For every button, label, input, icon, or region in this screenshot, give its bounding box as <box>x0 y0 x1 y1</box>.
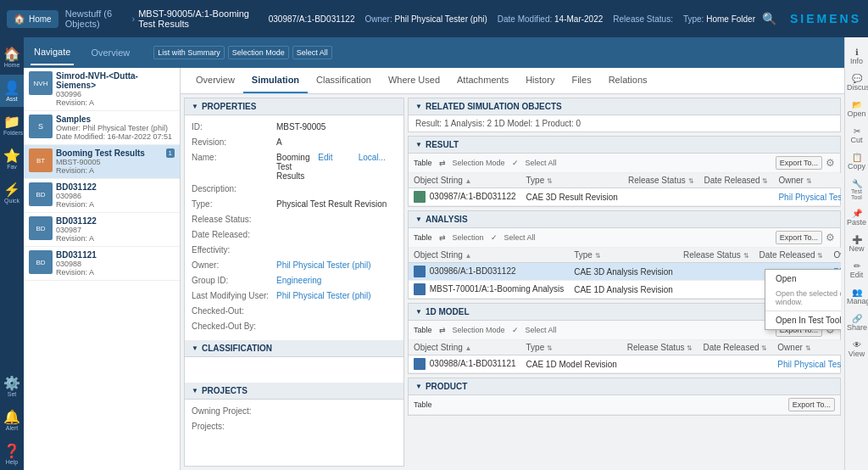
copy-button[interactable]: 📋Copy <box>845 149 868 174</box>
field-value-last-modifying[interactable]: Phil Physical Tester (phil) <box>276 291 397 303</box>
result-settings-gear[interactable]: ⚙ <box>826 157 835 169</box>
result-row1-icon <box>414 191 426 203</box>
related-sim-result: Result: 1 Analysis: 2 1D Model: 1 Produc… <box>409 115 840 131</box>
properties-section-header[interactable]: ▼ PROPERTIES <box>185 98 403 115</box>
field-projects: Projects: <box>192 420 397 435</box>
result-export-btn-container: Export To... ⚙ <box>776 156 835 170</box>
result-table-btn[interactable]: Table <box>414 159 432 167</box>
list-with-summary-button[interactable]: List with Summary <box>153 46 225 59</box>
edit-name-link[interactable]: Edit <box>318 153 356 181</box>
result-header[interactable]: ▼ RESULT <box>409 137 840 154</box>
main-tabs: Overview Simulation Classification Where… <box>181 68 844 94</box>
product-table-btn[interactable]: Table <box>414 400 432 409</box>
home-button[interactable]: 🏠 Home <box>7 10 58 28</box>
selection-mode-button[interactable]: Selection Mode <box>228 46 289 59</box>
tab-where-used[interactable]: Where Used <box>380 68 448 93</box>
analysis-settings-gear[interactable]: ⚙ <box>826 232 835 243</box>
result-checkmark-icon: ✓ <box>512 159 519 167</box>
table-row[interactable]: 030987/A:1-BD031122 CAE 3D Result Revisi… <box>409 188 841 206</box>
discuss-button[interactable]: 💬Discuss <box>845 70 868 95</box>
analysis-export-btn-container: Export To... ⚙ <box>776 231 835 244</box>
analysis-select-all-btn[interactable]: Select All <box>504 233 536 242</box>
field-value-owner[interactable]: Phil Physical Tester (phil) <box>276 260 397 272</box>
result-export-btn[interactable]: Export To... <box>776 156 822 170</box>
nav-tab-navigate[interactable]: Navigate <box>31 40 74 65</box>
share-button[interactable]: 🔗Share <box>845 311 868 335</box>
tree-item-samples[interactable]: S Samples Owner: Phil Physical Tester (p… <box>24 111 180 145</box>
projects-section-header[interactable]: ▼ PROJECTS <box>185 383 403 400</box>
analysis-header[interactable]: ▼ ANALYSIS <box>409 211 840 228</box>
analysis-subheader: Table ⇄ Selection ✓ Select All Export To… <box>409 228 840 248</box>
sidebar-item-help[interactable]: ❓Help <box>0 438 24 470</box>
open-button[interactable]: 📂Open <box>845 97 868 121</box>
model-1d-table-btn[interactable]: Table <box>414 326 432 334</box>
context-menu-open-test-tool[interactable]: Open In Test Tool <box>765 311 841 329</box>
analysis-export-btn[interactable]: Export To... <box>776 231 822 244</box>
result-panel: ▼ RESULT Table ⇄ Selection Mode ✓ Select… <box>408 136 841 207</box>
tree-item-booming[interactable]: BT Booming Test Results MBST-90005 Revis… <box>24 145 180 179</box>
model-1d-selection-btn[interactable]: Selection Mode <box>453 326 505 334</box>
open-in-test-tool-button[interactable]: 🔧Test Tool <box>845 176 868 204</box>
context-menu-open[interactable]: Open <box>765 270 841 288</box>
tree-item-bd3[interactable]: BD BD031121 030988 Revision: A <box>24 247 180 281</box>
analysis-table-btn[interactable]: Table <box>414 233 432 242</box>
tree-item-icon-simrod: NVH <box>29 71 53 95</box>
model-1d-row1-type: CAE 1D Model Revision <box>521 355 622 373</box>
select-all-button[interactable]: Select All <box>292 46 332 59</box>
field-label-name: Name: <box>192 153 276 181</box>
tab-files[interactable]: Files <box>563 68 599 93</box>
edit-button[interactable]: ✏Edit <box>845 258 868 283</box>
nav-tab-overview[interactable]: Overview <box>87 41 133 64</box>
sidebar-item-quickaccess[interactable]: ⚡Quick <box>0 176 24 209</box>
result-select-all-btn[interactable]: Select All <box>526 159 557 167</box>
product-export-btn[interactable]: Export To... <box>788 398 835 411</box>
sidebar-item-folders[interactable]: 📁Folders <box>0 109 24 141</box>
tree-item-info-bd3: BD031121 030988 Revision: A <box>56 250 175 277</box>
field-value-name: Booming Test Results <box>276 153 314 181</box>
cut-button[interactable]: ✂Cut <box>845 123 868 148</box>
sidebar-item-assistant[interactable]: 👤Asst <box>0 75 24 107</box>
paste-button[interactable]: 📌Paste <box>845 205 868 230</box>
field-value-group-id[interactable]: Engineering <box>276 276 397 288</box>
field-label-release-status: Release Status: <box>192 215 276 227</box>
classification-section-header[interactable]: ▼ CLASSIFICATION <box>185 340 403 357</box>
field-value-effectivity <box>276 245 397 257</box>
tree-item-simrod[interactable]: NVH Simrod-NVH-<Dutta-Siemens> 030996 Re… <box>24 68 180 111</box>
local-name-link[interactable]: Local... <box>359 153 397 181</box>
sidebar-item-home[interactable]: 🏠Home <box>0 41 24 73</box>
tree-item-rev-simrod: Revision: A <box>56 98 175 107</box>
field-label-type: Type: <box>192 199 276 211</box>
tab-relations[interactable]: Relations <box>600 68 656 93</box>
new-button[interactable]: ➕New <box>845 232 868 256</box>
breadcrumb-item-1[interactable]: Newstuff (6 Objects) <box>65 8 129 29</box>
tab-simulation[interactable]: Simulation <box>243 68 308 93</box>
view-button[interactable]: 👁View <box>845 337 868 361</box>
product-export-btn-container: Export To... <box>788 398 835 411</box>
properties-content: ID: MBST-90005 Revision: A Name: Booming… <box>185 115 403 340</box>
field-label-last-modifying: Last Modifying User: <box>192 291 276 303</box>
tree-item-bd2[interactable]: BD BD031122 030987 Revision: A <box>24 213 180 247</box>
product-header[interactable]: ▼ PRODUCT <box>409 378 840 395</box>
sidebar-item-favorites[interactable]: ⭐Fav <box>0 143 24 175</box>
related-sim-header[interactable]: ▼ RELATED SIMULATION OBJECTS <box>409 98 840 115</box>
right-action-bar: ℹInfo 💬Discuss 📂Open ✂Cut 📋Copy 🔧Test To… <box>844 37 868 470</box>
model-1d-select-all-btn[interactable]: Select All <box>526 326 557 334</box>
search-icon[interactable]: 🔍 <box>762 12 776 25</box>
analysis-arrow: ▼ <box>415 215 422 223</box>
model-1d-col-date: Date Released ⇅ <box>698 340 772 355</box>
tab-classification[interactable]: Classification <box>308 68 380 93</box>
manage-button[interactable]: 👥Manage <box>845 284 868 309</box>
tab-overview[interactable]: Overview <box>187 68 243 93</box>
tab-history[interactable]: History <box>517 68 563 93</box>
analysis-selection-btn[interactable]: Selection <box>453 233 484 242</box>
tab-attachments[interactable]: Attachments <box>448 68 517 93</box>
information-button[interactable]: ℹInfo <box>845 44 868 69</box>
result-row1-type: CAE 3D Result Revision <box>521 188 623 206</box>
field-value-projects <box>276 422 397 434</box>
context-menu: Open Open the selected object in the cur… <box>765 269 841 330</box>
sidebar-item-alerts[interactable]: 🔔Alert <box>0 404 24 436</box>
result-selection-btn[interactable]: Selection Mode <box>453 159 505 167</box>
sidebar-item-settings[interactable]: ⚙️Set <box>0 370 24 402</box>
tree-item-bd1[interactable]: BD BD031122 030986 Revision: A <box>24 179 180 213</box>
table-row[interactable]: 030988/A:1-BD031121 CAE 1D Model Revisio… <box>409 355 841 373</box>
